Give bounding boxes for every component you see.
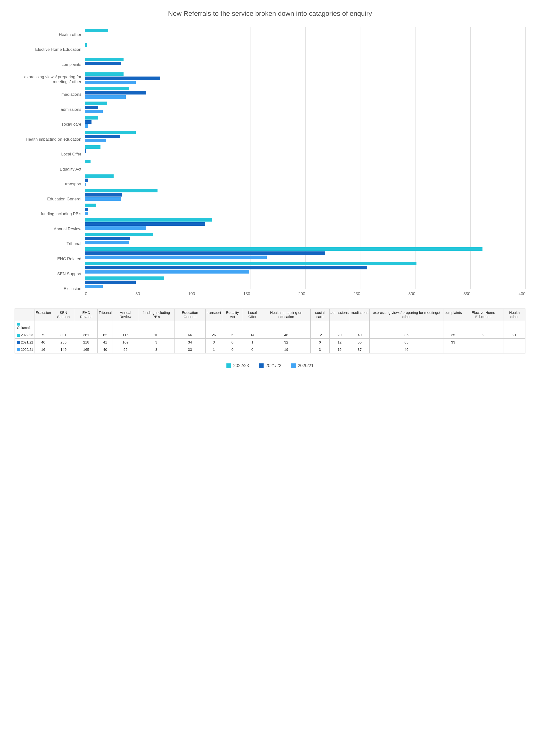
- bar-tribunal-2122: [85, 237, 130, 240]
- cell-2122-ehe: [463, 339, 504, 346]
- legend-color-2223: [226, 363, 231, 368]
- bar-group-transport: [85, 173, 525, 188]
- cell-2021-education-general: 33: [174, 346, 205, 353]
- col-header-exclusion: Exclusion: [35, 309, 52, 320]
- x-label-400: 400: [519, 291, 525, 296]
- bar-transport-2122: [85, 179, 88, 182]
- bar-mediations-2122: [85, 91, 146, 94]
- legend-item-2223: 2022/23: [226, 363, 249, 368]
- cell-2021-ehe: [463, 346, 504, 353]
- bar-funding-2223: [85, 204, 96, 207]
- bar-exclusion-2122: [85, 281, 136, 284]
- cell-2122-mediations: 55: [350, 339, 370, 346]
- bar-expressing-2122: [85, 77, 160, 80]
- cell-2021-ehc: 165: [75, 346, 97, 353]
- bar-ehc-2122: [85, 252, 325, 255]
- bar-admissions-2223: [85, 101, 107, 105]
- chart-title: New Referrals to the service broken down…: [15, 10, 525, 18]
- col-header-annual-review: Annual Review: [113, 309, 138, 320]
- bar-group-funding: [85, 202, 525, 217]
- bar-group-health-other: [85, 27, 525, 42]
- bar-annual-review-2223: [85, 218, 211, 222]
- bar-complaints-2223: [85, 58, 124, 61]
- bar-tribunal-2021: [85, 241, 129, 244]
- cell-2223-expressing: 35: [370, 331, 444, 339]
- bar-social-care-2223: [85, 116, 98, 119]
- cell-2223-ehe: 2: [463, 331, 504, 339]
- y-label-admissions: admissions: [15, 102, 81, 117]
- cell-2122-admissions: 12: [329, 339, 350, 346]
- row-label-2122: 2021/22: [15, 339, 35, 346]
- col-header-health-impacting: Health impacting on education: [262, 309, 311, 320]
- cell-2122-local-offer: 1: [243, 339, 262, 346]
- cell-2223-transport: 26: [205, 331, 222, 339]
- bar-ehc-2021: [85, 256, 267, 259]
- cell-2122-transport: 3: [205, 339, 222, 346]
- cell-2223-exclusion: 72: [35, 331, 52, 339]
- legend-item-2021: 2020/21: [291, 363, 314, 368]
- bar-health-impacting-2223: [85, 131, 136, 134]
- bar-group-annual-review: [85, 217, 525, 231]
- cell-2223-funding: 10: [138, 331, 174, 339]
- y-label-equality-act: Equality Act: [15, 162, 81, 177]
- bar-social-care-2122: [85, 120, 91, 124]
- legend-color-2122: [259, 363, 264, 368]
- bar-equality-act-2223: [85, 160, 90, 163]
- cell-2223-complaints: 35: [444, 331, 463, 339]
- y-label-sen-support: SEN Support: [15, 267, 81, 281]
- cell-2122-sen: 256: [52, 339, 75, 346]
- bar-group-ehe: [85, 42, 525, 56]
- bar-ehe-2223: [85, 43, 87, 47]
- cell-2021-health-other: [504, 346, 525, 353]
- bar-funding-2122: [85, 208, 88, 211]
- table-row-column1: Column1: [15, 320, 525, 331]
- cell-2223-equality-act: 5: [222, 331, 243, 339]
- legend-color-2021: [291, 363, 296, 368]
- cell-2223-mediations: 40: [350, 331, 370, 339]
- bar-group-equality-act: [85, 158, 525, 173]
- cell-2021-health-impacting: 19: [262, 346, 311, 353]
- y-label-health-other: Health other: [15, 27, 81, 42]
- cell-2021-admissions: 16: [329, 346, 350, 353]
- col-header-empty: [15, 309, 35, 320]
- x-label-150: 150: [243, 291, 250, 296]
- col-header-ehe: Elective Home Education: [463, 309, 504, 320]
- bar-group-ehc: [85, 246, 525, 261]
- bar-group-health-impacting: [85, 129, 525, 144]
- y-label-health-impacting: Health impacting on education: [15, 132, 81, 147]
- cell-2223-tribunal: 62: [97, 331, 113, 339]
- col-header-education-general: Education General: [174, 309, 205, 320]
- col-header-sen: SEN Support: [52, 309, 75, 320]
- cell-2021-expressing: 46: [370, 346, 444, 353]
- cell-2021-social-care: 3: [311, 346, 329, 353]
- x-label-50: 50: [135, 291, 140, 296]
- legend-label-2223: 2022/23: [233, 363, 249, 368]
- x-label-350: 350: [464, 291, 471, 296]
- y-label-complaints: complaints: [15, 57, 81, 72]
- bar-local-offer-2223: [85, 145, 100, 149]
- col-header-transport: transport: [205, 309, 222, 320]
- cell-2021-exclusion: 16: [35, 346, 52, 353]
- table-row-2021: 2020/21 16 149 165 40 55 3 33 1 0 0 19 3…: [15, 346, 525, 353]
- cell-2122-health-other: [504, 339, 525, 346]
- col-header-expressing: expressing views/ preparing for meetings…: [370, 309, 444, 320]
- col-header-funding: funding including PB's: [138, 309, 174, 320]
- col-header-ehc: EHC Related: [75, 309, 97, 320]
- x-label-200: 200: [298, 291, 305, 296]
- cell-2122-equality-act: 0: [222, 339, 243, 346]
- legend-item-2122: 2021/22: [259, 363, 281, 368]
- cell-2021-tribunal: 40: [97, 346, 113, 353]
- y-label-funding: funding including PB's: [15, 207, 81, 221]
- cell-2122-health-impacting: 32: [262, 339, 311, 346]
- col-header-complaints: complaints: [444, 309, 463, 320]
- bar-funding-2021: [85, 212, 88, 215]
- cell-2223-education-general: 66: [174, 331, 205, 339]
- bar-admissions-2122: [85, 106, 98, 109]
- row-label-2223: 2022/23: [15, 331, 35, 339]
- col-header-health-other: Health other: [504, 309, 525, 320]
- cell-2223-sen: 301: [52, 331, 75, 339]
- y-label-annual-review: Annual Review: [15, 222, 81, 236]
- col-header-mediations: mediations: [350, 309, 370, 320]
- y-label-ehe: Elective Home Education: [15, 42, 81, 57]
- cell-2122-ehc: 218: [75, 339, 97, 346]
